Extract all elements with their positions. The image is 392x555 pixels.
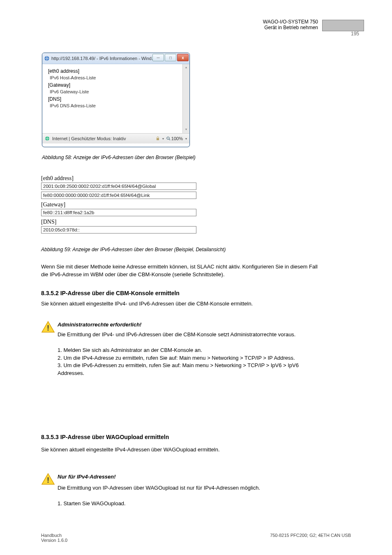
gateway-header: [Gateway] — [48, 82, 186, 88]
detail-gateway-value: fe80::211:d8ff:fea2:1a2b — [41, 209, 196, 216]
ie-title-text: http://192.168.178.49/ - IPv6 Informatio… — [51, 56, 155, 61]
svg-text:!: ! — [47, 476, 49, 484]
globe-icon — [45, 136, 50, 141]
eth0-header: [eth0 address] — [48, 68, 186, 74]
section-8-3-5-3-title: 8.3.5.3 IP-Adresse über WAGOupload ermit… — [41, 434, 169, 440]
detail-eth0-global: 2001:0c08:2500:0002:0202:d1ff:fe04:65f4/… — [41, 183, 196, 190]
section-8-3-5-2-title: 8.3.5.2 IP-Adresse über die CBM-Konsole … — [41, 290, 180, 296]
svg-line-4 — [169, 139, 170, 140]
zoom-dropdown-icon[interactable]: ▾ — [185, 137, 187, 141]
paragraph-slaac: Wenn Sie mit dieser Methode keine Adress… — [41, 263, 321, 279]
detail-eth0-header: [eth0 address] — [41, 175, 196, 182]
warning2-body: Die Ermittlung von IP-Adressen über WAGO… — [58, 484, 321, 508]
paragraph-cbm-intro: Sie können aktuell eingestellte IPv4- un… — [41, 300, 321, 308]
window-buttons: ─ □ x — [152, 54, 189, 61]
svg-rect-2 — [157, 138, 159, 140]
detail-eth0-link: fe80:0000:0000:0000:0202:d1ff:fe04:65f4/… — [41, 192, 196, 199]
scrollbar[interactable]: ▴ ▾ — [182, 64, 189, 133]
dns-header: [DNS] — [48, 96, 186, 102]
maximize-button[interactable]: □ — [165, 54, 176, 61]
scroll-up-icon[interactable]: ▴ — [183, 65, 189, 70]
svg-text:!: ! — [47, 324, 49, 332]
svg-point-3 — [167, 137, 169, 139]
ie-titlebar: http://192.168.178.49/ - IPv6 Informatio… — [42, 53, 189, 64]
page-footer: Handbuch Version 1.6.0 750-8215 PFC200; … — [41, 533, 351, 543]
minimize-button[interactable]: ─ — [152, 54, 164, 61]
close-button[interactable]: x — [177, 54, 189, 61]
footer-right: 750-8215 PFC200; G2; 4ETH CAN USB — [270, 533, 351, 543]
scroll-down-icon[interactable]: ▾ — [183, 127, 189, 132]
figure-caption-58: Abbildung 58: Anzeige der IPv6-Adressen … — [42, 155, 196, 160]
ie-window-screenshot: http://192.168.178.49/ - IPv6 Informatio… — [42, 53, 190, 147]
status-text: Internet | Geschützter Modus: Inaktiv — [52, 136, 126, 141]
footer-left: Handbuch Version 1.6.0 — [41, 533, 67, 543]
warning1-body: Die Ermittlung der IPv4- und IPv6-Adress… — [58, 331, 321, 377]
gateway-desc: IPv6 Gateway-Liste — [50, 89, 186, 94]
page-tab — [322, 20, 364, 31]
warning-icon: ! — [41, 473, 55, 485]
ie-favicon-icon — [44, 56, 50, 61]
zoom-value: 100% — [171, 136, 183, 141]
header-line2: Gerät in Betrieb nehmen — [263, 25, 318, 30]
eth0-desc: IPv6 Host-Adress-Liste — [50, 75, 186, 80]
paragraph-wagoupload-intro: Sie können aktuell eingestellte IPv4-Adr… — [41, 446, 321, 454]
ie-content: [eth0 address] IPv6 Host-Adress-Liste [G… — [42, 64, 189, 133]
dns-desc: IPv6 DNS Adress-Liste — [50, 103, 186, 108]
figure-caption-59: Abbildung 59: Anzeige der IPv6-Adressen … — [41, 247, 226, 252]
warning2-title: Nur für IPv4-Adressen! — [58, 474, 116, 480]
detail-dns-header: [DNS] — [41, 219, 196, 225]
zoom-icon — [166, 136, 171, 141]
page-header: WAGO-I/O-SYSTEM 750 Gerät in Betrieb neh… — [263, 19, 318, 30]
lock-icon[interactable] — [156, 136, 160, 141]
page-number: 195 — [351, 31, 359, 37]
ie-statusbar: Internet | Geschützter Modus: Inaktiv ▾ … — [42, 133, 189, 143]
dropdown-icon[interactable]: ▾ — [162, 137, 164, 141]
detail-gateway-header: [Gateway] — [41, 201, 196, 208]
warning1-title: Administratorrechte erforderlich! — [58, 321, 141, 328]
detail-dns-value: 2010:05c0:978d:: — [41, 226, 196, 234]
ipv6-detail-block: [eth0 address] 2001:0c08:2500:0002:0202:… — [41, 173, 196, 235]
header-line1: WAGO-I/O-SYSTEM 750 — [263, 19, 318, 25]
zoom-readout[interactable]: 100% — [166, 136, 183, 141]
warning-icon: ! — [41, 321, 55, 333]
